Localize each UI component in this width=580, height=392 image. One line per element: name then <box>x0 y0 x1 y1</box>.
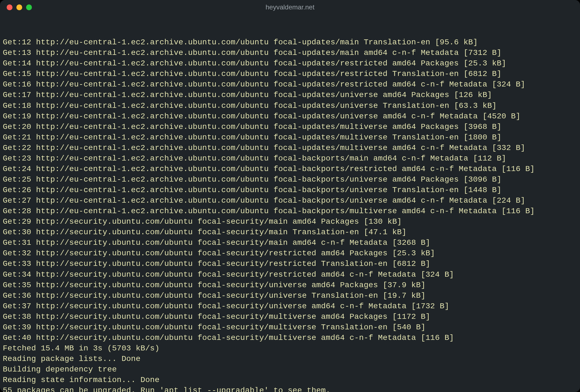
output-line: Get:26 http://eu-central-1.ec2.archive.u… <box>3 185 577 195</box>
output-line: Get:34 http://security.ubuntu.com/ubuntu… <box>3 269 577 280</box>
minimize-icon[interactable] <box>16 4 22 10</box>
output-line: Get:19 http://eu-central-1.ec2.archive.u… <box>3 111 577 122</box>
output-line: Get:31 http://security.ubuntu.com/ubuntu… <box>3 238 577 248</box>
maximize-icon[interactable] <box>26 4 32 10</box>
output-line: Get:23 http://eu-central-1.ec2.archive.u… <box>3 153 577 164</box>
output-line: Get:17 http://eu-central-1.ec2.archive.u… <box>3 90 577 100</box>
output-line: Reading package lists... Done <box>3 354 577 364</box>
output-line: Get:40 http://security.ubuntu.com/ubuntu… <box>3 333 577 343</box>
terminal-output[interactable]: Get:12 http://eu-central-1.ec2.archive.u… <box>0 14 580 392</box>
output-line: Get:21 http://eu-central-1.ec2.archive.u… <box>3 132 577 143</box>
output-line: Get:20 http://eu-central-1.ec2.archive.u… <box>3 122 577 132</box>
window-title: heyvaldemar.net <box>0 3 580 11</box>
window-controls <box>7 4 32 10</box>
output-line: Get:28 http://eu-central-1.ec2.archive.u… <box>3 206 577 217</box>
titlebar: heyvaldemar.net <box>0 0 580 14</box>
terminal-window: heyvaldemar.net Get:12 http://eu-central… <box>0 0 580 392</box>
output-line: Get:39 http://security.ubuntu.com/ubuntu… <box>3 322 577 333</box>
output-line: Get:18 http://eu-central-1.ec2.archive.u… <box>3 101 577 111</box>
output-line: Get:12 http://eu-central-1.ec2.archive.u… <box>3 37 577 48</box>
output-line: Get:27 http://eu-central-1.ec2.archive.u… <box>3 195 577 206</box>
output-line: Get:38 http://security.ubuntu.com/ubuntu… <box>3 312 577 322</box>
output-line: Building dependency tree <box>3 364 577 375</box>
output-line: Get:16 http://eu-central-1.ec2.archive.u… <box>3 79 577 90</box>
output-line: Get:14 http://eu-central-1.ec2.archive.u… <box>3 58 577 69</box>
output-line: Get:24 http://eu-central-1.ec2.archive.u… <box>3 164 577 174</box>
output-line: Fetched 15.4 MB in 3s (5703 kB/s) <box>3 343 577 354</box>
output-line: Get:30 http://security.ubuntu.com/ubuntu… <box>3 227 577 238</box>
output-line: Reading state information... Done <box>3 375 577 385</box>
output-line: Get:32 http://security.ubuntu.com/ubuntu… <box>3 248 577 259</box>
output-line: Get:22 http://eu-central-1.ec2.archive.u… <box>3 143 577 153</box>
output-line: Get:35 http://security.ubuntu.com/ubuntu… <box>3 280 577 291</box>
close-icon[interactable] <box>7 4 12 10</box>
output-line: Get:36 http://security.ubuntu.com/ubuntu… <box>3 291 577 301</box>
output-line: Get:15 http://eu-central-1.ec2.archive.u… <box>3 69 577 79</box>
output-line: Get:25 http://eu-central-1.ec2.archive.u… <box>3 174 577 185</box>
output-line: 55 packages can be upgraded. Run 'apt li… <box>3 385 577 392</box>
output-line: Get:13 http://eu-central-1.ec2.archive.u… <box>3 48 577 58</box>
output-line: Get:33 http://security.ubuntu.com/ubuntu… <box>3 259 577 269</box>
output-line: Get:37 http://security.ubuntu.com/ubuntu… <box>3 301 577 312</box>
output-line: Get:29 http://security.ubuntu.com/ubuntu… <box>3 217 577 227</box>
